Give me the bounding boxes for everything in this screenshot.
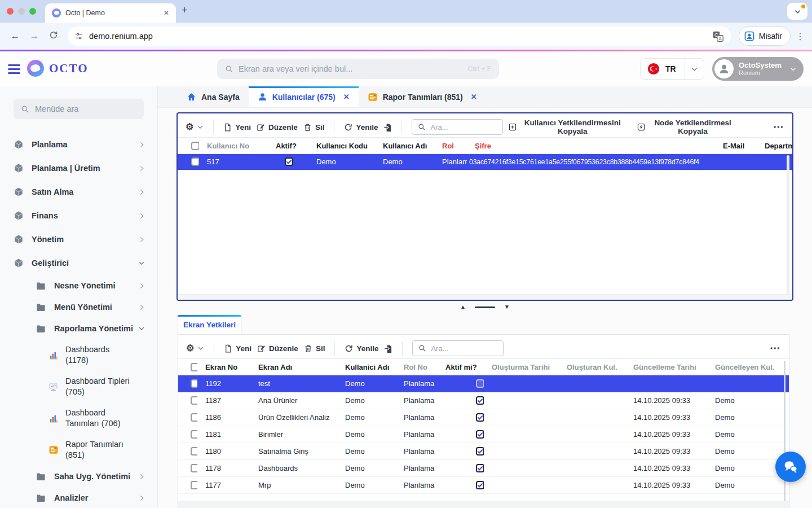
close-tab-icon[interactable]: ✕: [343, 93, 350, 101]
hamburger-menu-button[interactable]: [8, 64, 20, 74]
tab-kullan-c-lar-675-[interactable]: Kullanıcılar (675)✕: [249, 86, 359, 107]
sidebar-item[interactable]: Dashboard Tipleri (705): [0, 371, 157, 402]
column-header[interactable]: Güncelleyen Kul.: [707, 363, 789, 371]
grid-search-input[interactable]: [431, 344, 497, 353]
close-tab-icon[interactable]: ✕: [471, 93, 477, 101]
sidebar-item[interactable]: Rapor Tanımları (851): [0, 434, 157, 466]
column-header[interactable]: Kullanıcı Kodu: [308, 142, 375, 150]
close-window-button[interactable]: [7, 8, 14, 15]
column-header[interactable]: Rol: [434, 142, 467, 150]
table-row[interactable]: 1180Satınalma GirişDemoPlanlama14.10.202…: [178, 443, 789, 460]
tab-ekran-yetkileri[interactable]: Ekran Yetkileri: [178, 315, 241, 334]
reload-button[interactable]: [44, 30, 63, 42]
browser-profile-button[interactable]: Misafir: [739, 27, 791, 46]
user-menu-button[interactable]: OctoSystem Renium: [712, 57, 804, 81]
column-header[interactable]: Güncelleme Tarihi: [625, 363, 707, 371]
chat-fab-button[interactable]: [775, 452, 806, 482]
column-header[interactable]: Oluşturan Kul.: [559, 363, 625, 371]
tab-ana-sayfa[interactable]: Ana Sayfa: [178, 86, 249, 107]
refresh-button[interactable]: Yenile: [344, 123, 378, 132]
checkbox[interactable]: [476, 447, 484, 456]
column-header[interactable]: Kullanici Adı: [337, 363, 396, 371]
vertical-scrollbar[interactable]: [787, 155, 789, 294]
column-header[interactable]: Aktif?: [268, 142, 308, 150]
forward-button[interactable]: →: [25, 30, 44, 42]
table-row[interactable]: 517DemoDemoPlanlama03ac674216f3e15c761ee…: [178, 154, 792, 170]
table-row[interactable]: 1186Ürün Özellikleri AnalizDemoPlanlama1…: [178, 409, 789, 426]
table-row[interactable]: 1177MrpDemoPlanlama14.10.2025 09:33Demo: [178, 477, 789, 494]
column-header[interactable]: Departm: [757, 142, 792, 150]
table-row[interactable]: 1187Ana ÜrünlerDemoPlanlama14.10.2025 09…: [178, 392, 789, 409]
panel-splitter[interactable]: ▲ ▼: [176, 304, 793, 310]
copy-node-auth-button[interactable]: Node Yetkilendirmesi Kopyala: [637, 119, 737, 135]
checkbox[interactable]: [476, 413, 484, 422]
table-row[interactable]: 1178DashboardsDemoPlanlama14.10.2025 09:…: [178, 460, 789, 477]
sidebar-item[interactable]: Satın Alma: [0, 180, 157, 204]
checkbox[interactable]: [191, 447, 197, 456]
sidebar-item[interactable]: Raporlama Yönetimi: [0, 318, 157, 339]
checkbox[interactable]: [285, 157, 293, 166]
overflow-menu-button[interactable]: ⋯: [770, 346, 781, 351]
back-button[interactable]: ←: [6, 30, 25, 42]
overflow-menu-button[interactable]: ⋯: [773, 125, 784, 129]
new-button[interactable]: Yeni: [223, 123, 251, 132]
column-header[interactable]: E-Mail: [715, 142, 757, 150]
column-header[interactable]: Kullanıcı Adı: [375, 142, 434, 150]
sidebar-item[interactable]: Geliştirici: [0, 251, 157, 275]
checkbox[interactable]: [476, 430, 484, 439]
collapse-down-icon[interactable]: ▼: [504, 304, 510, 310]
edit-button[interactable]: Düzenle: [257, 123, 298, 132]
sidebar-item[interactable]: Menü Yönetimi: [0, 296, 157, 318]
browser-tab[interactable]: Octo | Demo ✕: [45, 3, 176, 23]
checkbox[interactable]: [476, 464, 484, 472]
tab-rapor-tan-mlar-851-[interactable]: Rapor Tanımları (851)✕: [359, 86, 486, 107]
sidebar-item[interactable]: Dashboards (1178): [0, 339, 157, 371]
address-bar[interactable]: demo.renium.app GA: [68, 27, 731, 46]
sidebar-item[interactable]: Saha Uyg. Yönetimi: [0, 466, 157, 487]
new-tab-button[interactable]: +: [182, 5, 188, 16]
column-header[interactable]: Aktif mi?: [438, 363, 484, 371]
column-header[interactable]: Kullanıcı No: [199, 142, 268, 150]
delete-button[interactable]: Sil: [303, 123, 325, 132]
edit-button[interactable]: Düzenle: [257, 344, 298, 353]
checkbox[interactable]: [476, 396, 484, 405]
sidebar-item[interactable]: Planlama | Üretim: [0, 156, 157, 180]
checkbox[interactable]: [191, 481, 197, 489]
settings-dropdown[interactable]: ⚙: [186, 344, 204, 353]
checkbox[interactable]: [476, 481, 484, 489]
sidebar-search-input[interactable]: Menüde ara: [14, 99, 144, 119]
checkbox[interactable]: [191, 413, 197, 422]
copy-user-auth-button[interactable]: Kullanıcı Yetkilendirmesini Kopyala: [509, 119, 625, 135]
sidebar-item[interactable]: Yönetim: [0, 227, 157, 251]
sidebar-item[interactable]: Finans: [0, 204, 157, 227]
language-dropdown-button[interactable]: [685, 59, 704, 79]
grid-search-input[interactable]: [430, 123, 497, 132]
checkbox[interactable]: [191, 142, 199, 150]
new-button[interactable]: Yeni: [224, 344, 251, 353]
column-header[interactable]: Oluşturma Tarihi: [484, 363, 559, 371]
window-controls[interactable]: [7, 8, 36, 15]
browser-menu-button[interactable]: ⋮: [794, 31, 806, 42]
settings-dropdown[interactable]: ⚙: [186, 122, 204, 132]
translate-icon[interactable]: GA: [712, 30, 724, 42]
refresh-button[interactable]: Yenile: [345, 344, 378, 353]
table-row[interactable]: 1181BirimlerDemoPlanlama14.10.2025 09:33…: [178, 426, 789, 443]
checkbox[interactable]: [191, 363, 197, 371]
checkbox[interactable]: [191, 396, 197, 405]
table-row[interactable]: 1192testDemoPlanlama: [178, 375, 789, 392]
checkbox[interactable]: [191, 430, 197, 439]
sidebar-item[interactable]: Analizler: [0, 487, 157, 508]
checkbox[interactable]: [476, 379, 484, 388]
global-search-input[interactable]: Ekran ara veya veri içinde bul... Ctrl +…: [217, 59, 499, 79]
checkbox[interactable]: [191, 157, 199, 166]
export-button[interactable]: [383, 123, 392, 132]
checkbox[interactable]: [191, 379, 197, 388]
export-button[interactable]: [384, 344, 392, 353]
column-header[interactable]: Rol No: [396, 363, 438, 371]
splitter-handle[interactable]: [475, 306, 495, 308]
collapse-up-icon[interactable]: ▲: [460, 304, 466, 310]
checkbox[interactable]: [191, 464, 197, 472]
sidebar-item[interactable]: Planlama: [0, 133, 157, 156]
sidebar-item[interactable]: Dashboard Tanımları (706): [0, 402, 157, 434]
close-tab-icon[interactable]: ✕: [164, 9, 169, 17]
